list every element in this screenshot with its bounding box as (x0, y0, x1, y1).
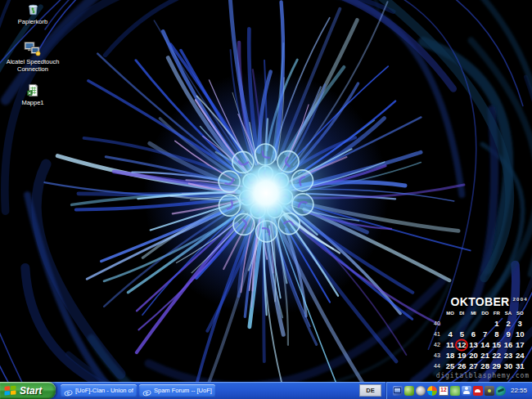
network-connection-icon (24, 41, 42, 56)
calendar-day (467, 318, 479, 329)
taskbar: Start e[UoF]-Clan - Union of...eSpam For… (0, 382, 532, 399)
calendar-day-header: MI (467, 309, 479, 318)
calendar-day: 14 (480, 339, 491, 350)
start-button-label: Start (20, 385, 42, 397)
antivirus-icon[interactable] (473, 386, 483, 396)
volume-icon[interactable] (416, 386, 426, 396)
network-computer-icon[interactable] (393, 386, 403, 396)
recycle-bin-icon (26, 2, 40, 16)
graphics-utility-icon[interactable] (427, 386, 437, 396)
internet-explorer-icon: e (142, 386, 151, 395)
desktop-icon-label: Alcatel Speedtouch Connection (2, 58, 64, 73)
calendar-day: 11 (444, 339, 456, 350)
calendar-day: 31 (514, 361, 525, 371)
calendar-day: 30 (503, 361, 514, 371)
wallpaper-credit-text: digitalblasphemy.com (436, 372, 530, 379)
calendar-month-title: OKTOBER (451, 295, 510, 308)
start-button[interactable]: Start (0, 382, 56, 399)
calendar-day (456, 318, 467, 329)
calendar-day: 12 (456, 339, 467, 350)
calendar-day-header: MO (444, 309, 456, 318)
calendar-day: 23 (503, 350, 514, 361)
messenger-icon[interactable] (462, 386, 471, 396)
wallpaper-calendar: OKTOBER 2004 MODIMIDOFRSASO4012341456789… (434, 295, 530, 371)
calendar-week-number: 41 (434, 329, 444, 339)
calendar-header: OKTOBER 2004 (434, 295, 530, 308)
tray-icons: 12 (393, 386, 506, 396)
internet-explorer-icon: e (64, 386, 73, 395)
svg-text:e: e (67, 388, 70, 397)
excel-workbook-icon (26, 83, 40, 97)
taskbar-task-button[interactable]: e[UoF]-Clan - Union of... (61, 384, 137, 397)
calendar-day-header: SA (503, 309, 514, 318)
calendar-day: 16 (503, 339, 514, 350)
calendar-day: 24 (514, 350, 525, 361)
audio-icon[interactable] (485, 386, 494, 396)
calendar-day-header: SO (514, 309, 525, 318)
calendar-week-col-header (434, 309, 444, 318)
tray-clock[interactable]: 22:55 (511, 387, 527, 394)
calendar-day (444, 318, 456, 329)
taskbar-tasks: e[UoF]-Clan - Union of...eSpam Forum -- … (61, 384, 215, 397)
calendar-day: 6 (467, 329, 479, 339)
calendar-day: 15 (491, 339, 503, 350)
calendar-day: 18 (444, 350, 456, 361)
calendar-day-header: FR (491, 309, 503, 318)
calendar-day-header: DI (456, 309, 467, 318)
desktop-icon-recycle-bin[interactable]: Papierkorb (11, 2, 55, 25)
calendar-day: 4 (444, 329, 456, 339)
calendar-day: 1 (491, 318, 503, 329)
language-indicator[interactable]: DE (359, 384, 381, 397)
desktop-icon-label: Mappe1 (21, 99, 43, 106)
desktop-icon-alcatel-speedtouch[interactable]: Alcatel Speedtouch Connection (2, 41, 64, 73)
calendar-day: 9 (503, 329, 514, 339)
calendar-week-number: 40 (434, 318, 444, 329)
calendar-day: 25 (444, 361, 456, 371)
calendar-day: 20 (467, 350, 479, 361)
system-tray: 12 22:55 (385, 382, 532, 399)
calendar-day: 26 (456, 361, 467, 371)
calendar-day: 27 (467, 361, 479, 371)
calendar-week-number: 43 (434, 350, 444, 361)
calendar-day: 3 (514, 318, 525, 329)
taskbar-task-label: Spam Forum -- [UoF]-... (154, 387, 212, 394)
desktop-icon-mappe1[interactable]: Mappe1 (11, 83, 55, 106)
calendar-day: 19 (456, 350, 467, 361)
calendar-week-number: 44 (434, 361, 444, 371)
calendar-day: 28 (480, 361, 491, 371)
calendar-day: 2 (503, 318, 514, 329)
calendar-day: 17 (514, 339, 525, 350)
calendar-day-header: DO (480, 309, 491, 318)
calendar-day: 8 (491, 329, 503, 339)
calendar-day: 13 (467, 339, 479, 350)
svg-text:e: e (146, 388, 149, 397)
calendar-day: 21 (480, 350, 491, 361)
desktop-icon-label: Papierkorb (18, 18, 47, 25)
speedtouch-icon[interactable] (496, 386, 506, 396)
desktop-screen: Papierkorb Alcatel Speedtouch Connection… (0, 0, 532, 399)
calendar-day: 7 (480, 329, 491, 339)
calendar-day: 10 (514, 329, 525, 339)
calendar-day (480, 318, 491, 329)
sync-icon[interactable] (450, 386, 460, 396)
calendar-grid: MODIMIDOFRSASO40123414567891042111213141… (434, 309, 530, 371)
calendar-year: 2004 (512, 297, 528, 302)
calendar-day: 29 (491, 361, 503, 371)
calendar-week-number: 42 (434, 339, 444, 350)
updates-icon[interactable] (404, 386, 414, 396)
taskbar-task-label: [UoF]-Clan - Union of... (75, 387, 133, 394)
calendar-day-12-icon[interactable]: 12 (439, 386, 449, 396)
windows-logo-icon (4, 385, 16, 396)
taskbar-task-button[interactable]: eSpam Forum -- [UoF]-... (139, 384, 215, 397)
calendar-day: 22 (491, 350, 503, 361)
